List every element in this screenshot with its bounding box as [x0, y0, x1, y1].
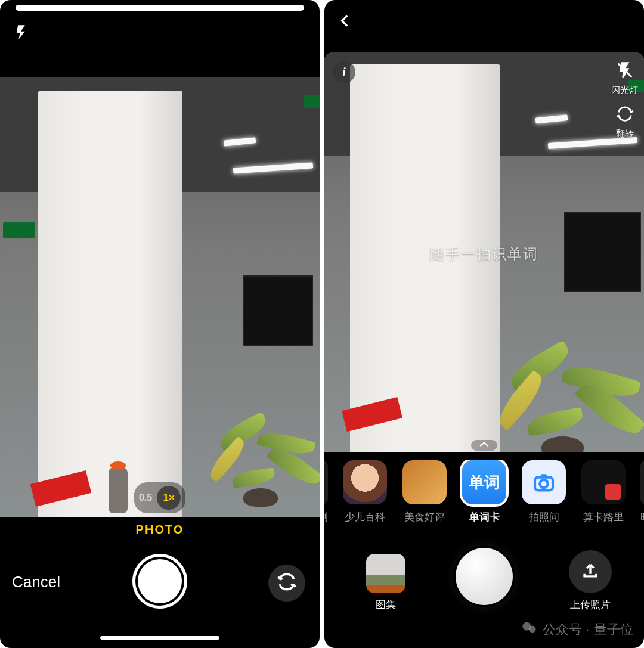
gallery-label: 图集	[376, 598, 396, 612]
mode-item-calorie[interactable]: 算卡路里	[580, 460, 627, 524]
mode-icon-kids	[343, 460, 387, 504]
flash-control[interactable]: 闪光灯	[611, 61, 638, 96]
mode-item-word-card[interactable]: 单词 单词卡	[461, 460, 507, 524]
status-bar	[16, 5, 304, 11]
mode-icon-food	[402, 460, 447, 504]
side-by-side-container: 0.5 1× PHOTO Cancel	[0, 0, 644, 648]
mode-label: 算卡路里	[583, 510, 624, 524]
mode-icon-detect	[324, 460, 328, 504]
mode-label: 拍照问	[529, 510, 559, 524]
upload-icon	[580, 560, 600, 583]
upload-label: 上传照片	[570, 598, 611, 612]
mode-icon-time	[640, 460, 644, 504]
mode-label: 检测	[324, 510, 328, 524]
flip-control[interactable]: 翻转	[614, 104, 636, 139]
flip-icon	[616, 105, 634, 125]
switch-camera-button[interactable]	[268, 565, 305, 602]
viewfinder-controls: 闪光灯 翻转	[611, 61, 638, 139]
mode-carousel[interactable]: 检测 少儿百科 美食好评 单词 单词卡	[324, 460, 644, 538]
flash-off-icon	[616, 61, 634, 82]
mode-icon-word-card: 单词	[462, 460, 506, 504]
upload-photo-button[interactable]: 上传照片	[569, 550, 612, 612]
mode-item-kids-encyclopedia[interactable]: 少儿百科	[342, 460, 388, 524]
flash-icon	[13, 32, 30, 42]
flash-label: 闪光灯	[611, 85, 638, 96]
mode-item-photo-ask[interactable]: 拍照问	[521, 460, 567, 524]
mode-label: 时分	[640, 510, 644, 524]
bottom-controls: PHOTO Cancel	[0, 520, 320, 640]
mode-item-food-review[interactable]: 美食好评	[401, 460, 448, 524]
right-phone-scan-app: i 闪光灯 翻转 随手一拍识单词	[324, 0, 644, 648]
shutter-inner	[138, 559, 182, 603]
chevron-left-icon	[338, 20, 353, 30]
mode-item-detect[interactable]: 检测	[324, 460, 329, 524]
mode-icon-camera	[522, 460, 566, 504]
zoom-option-1x[interactable]: 1×	[157, 486, 181, 510]
switch-camera-icon	[277, 572, 297, 594]
camera-viewfinder[interactable]: 0.5 1×	[0, 77, 320, 517]
home-indicator[interactable]	[100, 636, 219, 640]
gallery-button[interactable]: 图集	[366, 554, 405, 612]
mode-label: 美食好评	[404, 510, 445, 524]
mode-label: 单词卡	[469, 510, 500, 524]
expand-up-button[interactable]	[471, 440, 497, 451]
cancel-button[interactable]: Cancel	[12, 573, 60, 591]
mode-label: 少儿百科	[345, 510, 385, 524]
left-phone-camera-app: 0.5 1× PHOTO Cancel	[0, 0, 320, 648]
zoom-selector[interactable]: 0.5 1×	[134, 482, 185, 513]
back-button[interactable]	[338, 13, 353, 31]
bottom-controls: 图集 上传照片	[324, 548, 644, 637]
capture-mode-label[interactable]: PHOTO	[0, 523, 320, 537]
mode-item-time[interactable]: 时分	[640, 460, 644, 524]
chevron-up-icon	[478, 440, 490, 451]
shutter-button[interactable]	[132, 554, 187, 609]
flip-label: 翻转	[616, 128, 634, 139]
scene-preview: 0.5 1×	[0, 77, 320, 517]
mode-icon-calorie	[581, 460, 626, 504]
zoom-option-wide[interactable]: 0.5	[139, 492, 152, 503]
camera-viewfinder[interactable]: i 闪光灯 翻转 随手一拍识单词	[324, 52, 644, 452]
info-icon: i	[342, 66, 346, 79]
info-button[interactable]: i	[333, 61, 355, 83]
shutter-button[interactable]	[456, 548, 513, 605]
gallery-thumbnail	[366, 554, 405, 593]
flash-toggle[interactable]	[13, 24, 30, 43]
svg-point-1	[540, 480, 547, 488]
viewfinder-hint-text: 随手一拍识单词	[324, 244, 644, 263]
